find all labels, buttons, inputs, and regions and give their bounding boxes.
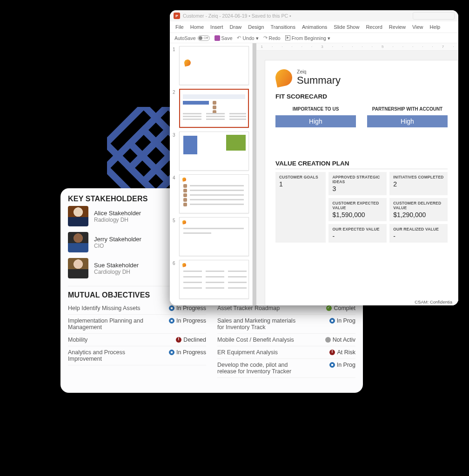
status-icon <box>326 305 332 311</box>
from-beginning-button[interactable]: From Beginning ▾ <box>285 35 330 41</box>
avatar <box>68 258 88 278</box>
brand-name: Zeiq <box>297 69 341 74</box>
tab-home[interactable]: Home <box>190 24 204 32</box>
autosave-toggle[interactable]: Off <box>198 35 210 41</box>
fit-col-label: PARTNERSHIP WITH ACCOUNT <box>367 106 448 112</box>
initiative-row: ER Equipment AnalysisAt Risk <box>217 346 355 359</box>
objective-row-text: Implementation Planning and Management <box>68 317 154 331</box>
tab-record[interactable]: Record <box>366 24 382 32</box>
slide-thumb[interactable]: 6 <box>173 260 249 299</box>
slide-thumb[interactable]: 5 <box>173 217 249 256</box>
slide-thumbnails: 123456 <box>170 43 253 305</box>
tab-draw[interactable]: Draw <box>230 24 242 32</box>
tab-view[interactable]: View <box>412 24 423 32</box>
slide-title: Summary <box>297 74 341 86</box>
metric-tile: CUSTOMER GOALS 1 <box>275 172 326 243</box>
slide-thumb[interactable]: 2 <box>173 89 249 128</box>
status-icon <box>169 318 174 324</box>
status-badge: Not Activ <box>325 337 355 343</box>
zeiq-logo-icon <box>274 68 294 88</box>
initiative-row: Mobile Cost / Benefit AnalysisNot Activ <box>217 334 355 346</box>
initiative-row: Sales and Marketing materials for Invent… <box>217 315 355 334</box>
tab-help[interactable]: Help <box>430 24 441 32</box>
thumb-number: 5 <box>173 217 177 223</box>
objective-row-text: Analytics and Process Improvement <box>68 349 154 362</box>
thumb-number: 4 <box>173 174 177 180</box>
tab-animations[interactable]: Animations <box>302 24 327 32</box>
objective-row-text: Help Identify Missing Assets <box>68 305 141 311</box>
slide-footer: CSAM: Confidentia <box>415 299 452 304</box>
autosave-label: AutoSave <box>174 35 196 41</box>
initiative-row: Develop the code, pilot and release for … <box>217 359 355 378</box>
initiative-row-text: Develop the code, pilot and release for … <box>217 362 303 375</box>
stakeholder-name: Alice Stakeholder <box>94 210 141 217</box>
status-badge: Complet <box>326 305 355 311</box>
initiative-row-text: Asset Tracker Roadmap <box>217 305 280 311</box>
powerpoint-icon: P <box>174 13 180 19</box>
tab-transitions[interactable]: Transitions <box>271 24 295 32</box>
stakeholder-name: Jerry Stakeholder <box>94 236 141 243</box>
status-icon <box>176 337 181 343</box>
status-icon <box>169 350 174 355</box>
status-badge: In Prog <box>329 317 355 324</box>
value-creation-heading: VALUE CREATION PLAN <box>275 160 448 169</box>
stakeholder-role: Radiology DH <box>94 217 141 223</box>
stakeholder-role: Cardiology DH <box>94 269 139 275</box>
ribbon-tabs: FileHomeInsertDrawDesignTransitionsAnima… <box>170 21 458 33</box>
metric-tile: OUR REALIZED VALUE - <box>389 224 448 243</box>
avatar <box>68 232 88 252</box>
objective-row: Analytics and Process ImprovementIn Prog… <box>68 346 206 365</box>
initiative-row-text: ER Equipment Analysis <box>217 349 278 356</box>
quick-toolbar: AutoSave Off Save ↶Undo ▾ ↷Redo From Beg… <box>170 33 458 43</box>
metric-tile: APPROVED STRATEGIC IDEAS 3 <box>328 172 387 195</box>
metric-tile: OUR EXPECTED VALUE - <box>328 224 387 243</box>
status-badge: At Risk <box>329 349 355 356</box>
status-icon <box>329 350 335 355</box>
window-title: Customer - Zeiq - 2024-06-19 • Saved to … <box>183 13 291 19</box>
slide-canvas[interactable]: Zeiq Summary FIT SCORECARD IMPORTANCE TO… <box>256 51 458 305</box>
tab-slide-show[interactable]: Slide Show <box>334 24 359 32</box>
tab-design[interactable]: Design <box>248 24 264 32</box>
metric-tile: INITIATIVES COMPLETED 2 <box>389 172 448 195</box>
metric-tile: CUSTOMER EXPECTED VALUE $1,590,000 <box>328 198 387 221</box>
redo-icon: ↷ <box>263 35 268 41</box>
titlebar: P Customer - Zeiq - 2024-06-19 • Saved t… <box>170 10 458 21</box>
save-button[interactable]: Save <box>214 35 233 41</box>
status-icon <box>169 305 174 311</box>
tab-insert[interactable]: Insert <box>210 24 223 32</box>
undo-button[interactable]: ↶Undo ▾ <box>237 35 258 41</box>
thumb-number: 6 <box>173 260 177 266</box>
tab-review[interactable]: Review <box>389 24 406 32</box>
horizontal-ruler: 1·····3·····5·····7· <box>256 43 458 51</box>
save-icon <box>214 35 220 41</box>
status-badge: In Prog <box>329 362 355 368</box>
metric-tile: CUSTOMER DELIVERED VALUE $1,290,000 <box>389 198 448 221</box>
redo-button[interactable]: ↷Redo <box>263 35 281 41</box>
slide-thumb[interactable]: 1 <box>173 46 249 85</box>
objective-row: Implementation Planning and ManagementIn… <box>68 315 206 334</box>
slide-thumb[interactable]: 3 <box>173 132 249 171</box>
stakeholder-role: CIO <box>94 243 141 249</box>
pane-splitter[interactable] <box>253 43 256 305</box>
play-from-start-icon <box>285 35 290 40</box>
tab-file[interactable]: File <box>175 24 184 32</box>
fit-col-value: High <box>275 115 356 127</box>
status-badge: In Progress <box>169 349 206 356</box>
initiative-row-text: Sales and Marketing materials for Invent… <box>217 317 303 331</box>
objective-row: MobilityDeclined <box>68 334 206 346</box>
stakeholder-name: Sue Stakeholder <box>94 262 139 269</box>
fit-scorecard-heading: FIT SCORECARD <box>275 93 448 100</box>
initiative-row-text: Mobile Cost / Benefit Analysis <box>217 337 294 343</box>
search-input[interactable] <box>413 12 455 20</box>
powerpoint-window: P Customer - Zeiq - 2024-06-19 • Saved t… <box>170 10 458 305</box>
avatar <box>68 206 88 226</box>
thumb-number: 1 <box>173 46 177 52</box>
undo-icon: ↶ <box>237 35 241 41</box>
status-icon <box>329 318 335 324</box>
status-icon <box>329 362 335 368</box>
fit-col-value: High <box>367 115 448 127</box>
status-badge: In Progress <box>169 305 206 311</box>
value-creation-grid: CUSTOMER GOALS 1 APPROVED STRATEGIC IDEA… <box>275 172 448 243</box>
slide-thumb[interactable]: 4 <box>173 174 249 213</box>
status-badge: Declined <box>176 337 206 343</box>
